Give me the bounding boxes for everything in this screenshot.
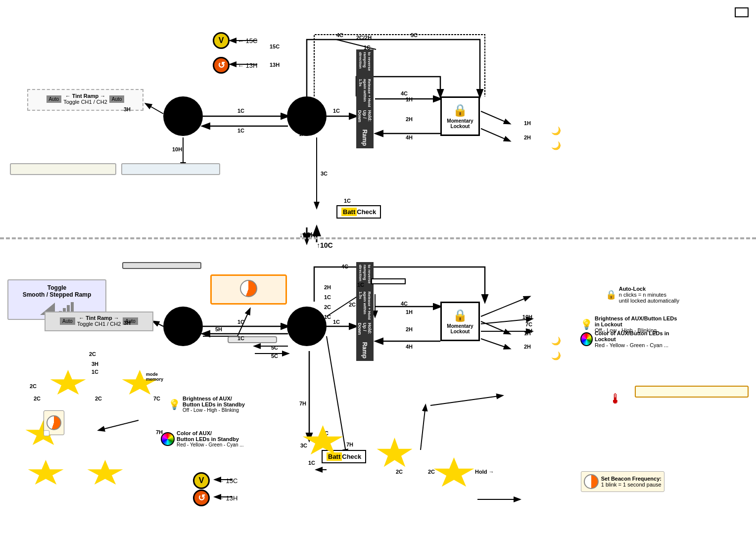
2c-turbo: 2C [349,302,356,308]
svg-line-10 [481,129,510,141]
svg-line-37 [430,396,502,405]
factory-reset-icon-adv: ↺ [193,490,210,506]
strobe-actions-box [44,430,49,436]
10h-label: 10H [172,146,182,152]
aux-bright-standby-title2: Button LEDs in Standby [183,401,245,407]
version-check-advanced: V ← 15C [193,472,237,489]
4h-lockout-off-advanced: 4H [406,344,413,350]
lockout-advanced: 🔒 Momentary Lockout [440,302,480,341]
version-check-simple: V ← 15C [213,32,257,49]
4c-top-simple: 4C [336,32,343,38]
version-check-15c: ← 15C [237,37,257,44]
1c-on-off-advanced: 1C [237,319,244,325]
svg-line-24 [481,321,510,334]
1h-lock-simple: 1H [524,120,531,126]
ramp-config-box [10,163,116,175]
2h-lock-simple: 2H [524,134,531,140]
manual-mem-box [121,163,220,175]
10c-up-label: ↑10C [317,241,333,249]
2c-strobe4: 2C [95,396,102,401]
color-wheel-lockout [580,332,593,346]
party-node [27,460,64,487]
auto-adv-left: Auto [60,317,75,325]
version-15c-adv: ← 15C [218,477,237,485]
aux-bright-standby-title: Brightness of AUX/ [183,396,245,401]
5c-momentary: 5C [271,345,278,351]
1c-off-on-advanced: 1C [237,335,244,341]
tint-ramp-advanced: Auto ← Tint Ramp →Toggle CH1 / CH2 Auto [45,312,153,331]
factory-reset-13h: ← 13H [237,62,257,69]
bike-node [87,460,124,487]
hold-beacon: Hold → [475,469,494,475]
svg-line-9 [481,111,510,124]
memory-label: memory [146,377,163,382]
15c-simple: 15C [270,44,280,49]
1c-off-ramp-simple: 1C [333,108,340,114]
aux-color-desc: Red - Yellow - Green - Cyan ... [595,342,679,348]
ramp-simple: Ramp Hold: Up / Down Release + Hold agai… [356,49,374,148]
tint-ramp-label: ← Tint Ramp →Toggle CH1 / CH2 [63,93,107,105]
aux-bright-standby-desc: Off - Low - High - Blinking [183,407,245,413]
1c-batt-adv: 1C [308,460,315,466]
activate-mem-box [122,262,201,269]
beacon-freq-title: Set Beacon Frequency: [601,476,662,482]
off-state-simple [287,96,327,136]
factory-reset-simple: ↺ ← 13H [213,57,257,74]
moon-icon-low-simple: 🌙 [551,141,561,150]
beacon-pie-chart [584,474,599,489]
batt-check-simple: BattCheck [336,205,381,219]
1c-on-off-simple: 1C [237,108,244,114]
5c-momentary-back: 5C [271,353,278,359]
aux-led-standby: 💡 Brightness of AUX/ Button LEDs in Stan… [168,396,245,413]
3c-batt-simple: 3C [321,171,328,177]
2c-strobe1: 2C [89,351,96,357]
1h-ramp-adv: 1H [406,309,413,315]
candle-pie-chart [47,415,61,430]
lockout-simple: 🔒 Momentary Lockout [440,96,480,136]
2c-off-adv: 2C [324,304,331,310]
7h-temp: 7H [299,400,306,406]
1c-off-ramp-advanced: 1C [333,319,340,325]
2c-strobe3: 2C [34,396,41,401]
7h-voltage: 7H [346,442,353,447]
13h-simple: 13H [270,62,280,68]
svg-line-33 [421,405,425,450]
color-wheel-standby [161,432,175,446]
mode-label: mode [146,372,158,377]
svg-line-23 [153,321,163,326]
4c-adv-top: 4C [341,264,348,269]
beacon-freq-note: 1 blink = 1 second pause [601,482,662,488]
5c-top-simple: 5C [411,32,418,38]
moon-icon-advanced: 🌙 [551,336,561,346]
factory-13h-adv: ← 13H [218,494,237,502]
aux-color-standby-title: Color of AUX/ [177,430,244,436]
10h-autolock: 10H [522,314,532,320]
check-label-simple: Check [357,208,376,216]
ramp-advanced: Ramp Hold: Up / Down Release + Hold agai… [356,262,374,361]
separator-line [0,237,756,239]
aux-color-lockout: Color of AUX/Button LEDs in Lockout Red … [580,330,679,348]
actions-box [735,7,749,17]
4c-ramp-lockout-advanced: 4C [401,301,408,307]
5h-sunset: 5H [215,326,222,332]
momentary-lockout-label-advanced: Momentary Lockout [445,323,475,334]
2c-2h-label: 2C/2H [356,35,372,41]
version-check-icon-adv: V [193,472,210,489]
aux-color-standby-title2: Button LEDs in Standby [177,436,244,442]
1c-label-top: 1C [364,44,371,50]
svg-line-25 [481,339,510,349]
7c-aux-bright: 7C [525,321,532,327]
3h-candle: 3H [92,361,98,367]
2c-beacon: 2C [428,469,435,475]
moonlight-simple: 🌙 [551,126,563,135]
beacon-node [433,457,475,490]
3h-on-tint: 3H [124,106,131,112]
2c-strobe2: 2C [30,383,37,389]
autolock-desc2: until locked automatically [619,298,679,304]
moon-icon-simple: 🌙 [551,126,561,135]
low-advanced: 🌙 [551,351,563,360]
momentary-mode-box [228,336,277,343]
1c-batt-back-simple: 1C [344,198,351,204]
svg-line-35 [99,420,139,430]
turbo-box [371,278,406,284]
